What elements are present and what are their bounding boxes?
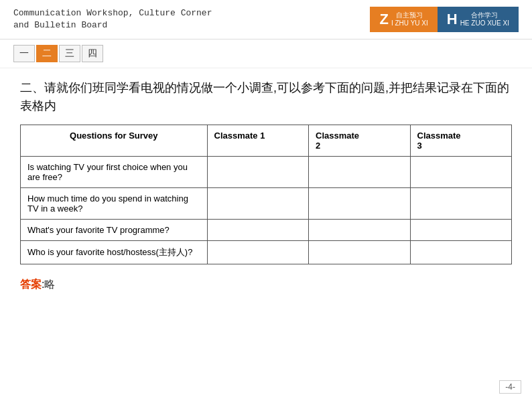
tab-4[interactable]: 四 — [82, 45, 103, 62]
badge-hezuo: H 合作学习 HE ZUO XUE XI — [438, 7, 519, 32]
tab-3[interactable]: 三 — [59, 45, 80, 62]
badge-zizhu: Z 自主预习 I ZHU YU XI — [370, 7, 437, 32]
answer-c2-q4 — [309, 241, 411, 264]
answer-c3-q1 — [410, 157, 511, 188]
question-4: Who is your favorite host/hostess(主持人)? — [21, 241, 208, 264]
col-header-questions: Questions for Survey — [21, 125, 208, 157]
answer-section: 答案:略 — [20, 278, 512, 292]
answer-label: 答案 — [20, 278, 42, 290]
col-header-classmate3: Classmate3 — [410, 125, 511, 157]
answer-c1-q2 — [207, 188, 309, 220]
answer-c2-q1 — [309, 157, 411, 188]
badge-z-text: 自主预习 I ZHU YU XI — [391, 11, 428, 27]
answer-c1-q3 — [207, 220, 309, 241]
answer-c2-q2 — [309, 188, 411, 220]
col-header-classmate1: Classmate 1 — [207, 125, 309, 157]
question-1: Is watching TV your first choice when yo… — [21, 157, 208, 188]
question-2: How much time do you spend in watching T… — [21, 188, 208, 220]
tab-bar: 一 二 三 四 — [0, 39, 532, 68]
header-badges: Z 自主预习 I ZHU YU XI H 合作学习 HE ZUO XUE XI — [370, 7, 519, 32]
question-3: What's your favorite TV programme? — [21, 220, 208, 241]
table-row: Is watching TV your first choice when yo… — [21, 157, 512, 188]
badge-z-letter: Z — [379, 11, 388, 28]
table-row: What's your favorite TV programme? — [21, 220, 512, 241]
section-heading: 二、请就你们班同学看电视的情况做一个小调查,可以参考下面的问题,并把结果记录在下… — [20, 79, 512, 115]
answer-c3-q2 — [410, 188, 511, 220]
table-row: Who is your favorite host/hostess(主持人)? — [21, 241, 512, 264]
tab-2[interactable]: 二 — [36, 45, 58, 62]
answer-c2-q3 — [309, 220, 411, 241]
table-row: How much time do you spend in watching T… — [21, 188, 512, 220]
answer-c3-q4 — [410, 241, 511, 264]
survey-table: Questions for Survey Classmate 1 Classma… — [20, 125, 512, 264]
header-title: Communication Workshop, Culture Corner a… — [13, 7, 212, 31]
answer-c1-q1 — [207, 157, 309, 188]
col-header-classmate2: Classmate2 — [309, 125, 411, 157]
page-header: Communication Workshop, Culture Corner a… — [0, 0, 532, 39]
page-number: -4- — [499, 380, 521, 394]
table-header-row: Questions for Survey Classmate 1 Classma… — [21, 125, 512, 157]
badge-h-letter: H — [447, 11, 458, 28]
answer-c3-q3 — [410, 220, 511, 241]
badge-h-text: 合作学习 HE ZUO XUE XI — [460, 11, 509, 27]
answer-text: 略 — [44, 278, 55, 290]
main-content: 二、请就你们班同学看电视的情况做一个小调查,可以参考下面的问题,并把结果记录在下… — [0, 68, 532, 303]
answer-c1-q4 — [207, 241, 309, 264]
tab-1[interactable]: 一 — [13, 45, 35, 62]
